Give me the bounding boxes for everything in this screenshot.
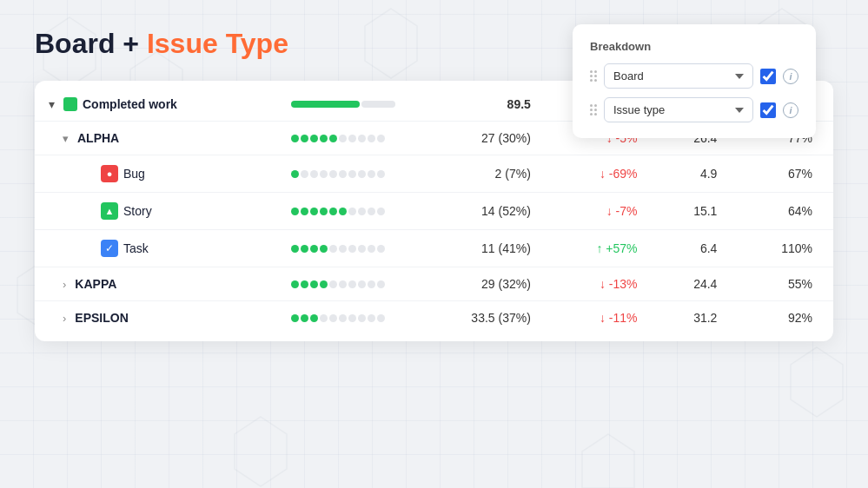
story-icon: ▲ [101, 202, 118, 220]
avg-cell: 31.2 [652, 301, 732, 335]
pct-cell: 67% [731, 155, 833, 193]
row-name: KAPPA [75, 277, 116, 291]
name-cell: ▾ ALPHA [35, 122, 277, 155]
trend-cell: ↓ -11% [545, 301, 652, 335]
title-highlight: Issue Type [147, 28, 288, 59]
breakdown-row-board: Board Issue type Sprint i [590, 63, 798, 89]
bug-icon: ● [101, 165, 118, 182]
count-cell: 14 (52%) [409, 193, 545, 230]
table-row: › EPSILON 33.5 (37%) ↓ -11% 31.2 92% [35, 301, 833, 335]
progress-dots [291, 314, 395, 322]
svg-marker-5 [235, 417, 287, 486]
progress-cell [277, 267, 409, 301]
breakdown-row-issue-type: Issue type Board Sprint i [590, 97, 798, 122]
chevron-icon[interactable]: ▾ [63, 132, 69, 145]
breakdown-title: Breakdown [590, 40, 798, 53]
chevron-icon[interactable]: › [63, 278, 66, 291]
pct-cell: 110% [731, 230, 833, 267]
row-name: EPSILON [75, 311, 128, 325]
count-cell: 89.5 [409, 88, 545, 122]
progress-dots [291, 280, 395, 288]
table-row: ▲ Story 14 (52%) ↓ -7% 15.1 64% [35, 193, 833, 230]
progress-cell [277, 193, 409, 230]
progress-dots [291, 245, 395, 253]
avg-cell: 24.4 [652, 267, 732, 301]
breakdown-checkbox-board[interactable] [760, 69, 776, 84]
progress-cell [277, 301, 409, 335]
trend-cell: ↑ +57% [545, 230, 652, 267]
table-row: ● Bug 2 (7%) ↓ -69% 4.9 67% [35, 155, 833, 193]
breakdown-select-board[interactable]: Board Issue type Sprint [604, 63, 753, 89]
title-plain: Board + [35, 28, 147, 59]
trend-cell: ↓ -7% [545, 193, 652, 230]
breakdown-checkbox-issue-type[interactable] [760, 102, 776, 118]
progress-dots [291, 208, 395, 215]
row-name: Task [123, 241, 149, 255]
name-cell: ▲ Story [35, 193, 277, 230]
count-cell: 11 (41%) [409, 230, 545, 267]
name-cell: ✓ Task [35, 230, 277, 267]
progress-bar [291, 101, 395, 108]
count-cell: 33.5 (37%) [409, 301, 545, 335]
drag-handle-board[interactable] [590, 70, 597, 82]
avg-cell: 4.9 [652, 155, 732, 193]
progress-cell [277, 230, 409, 267]
pct-cell: 64% [731, 193, 833, 230]
name-cell: › KAPPA [35, 267, 277, 301]
progress-dots [291, 170, 395, 178]
breakdown-panel: Breakdown Board Issue type Sprint i [573, 24, 816, 138]
breakdown-select-issue-type[interactable]: Issue type Board Sprint [604, 97, 753, 122]
progress-cell [277, 155, 409, 193]
name-cell: ● Bug [35, 155, 277, 193]
chevron-icon[interactable]: › [63, 312, 66, 325]
trend-cell: ↓ -69% [545, 155, 652, 193]
table-row: › KAPPA 29 (32%) ↓ -13% 24.4 55% [35, 267, 833, 301]
row-name: Story [123, 204, 152, 218]
breakdown-info-board[interactable]: i [783, 69, 798, 84]
row-name: Bug [123, 167, 145, 181]
count-cell: 29 (32%) [409, 267, 545, 301]
breakdown-info-issue-type[interactable]: i [783, 102, 798, 118]
progress-cell [277, 122, 409, 155]
pct-cell: 55% [731, 267, 833, 301]
pct-cell: 92% [731, 301, 833, 335]
green-square-icon [63, 97, 77, 111]
name-cell: › EPSILON [35, 301, 277, 335]
count-cell: 27 (30%) [409, 122, 545, 155]
svg-marker-6 [582, 434, 634, 488]
progress-cell [277, 88, 409, 122]
drag-handle-issue-type[interactable] [590, 104, 597, 115]
table-row: ✓ Task 11 (41%) ↑ +57% 6.4 110% [35, 230, 833, 267]
count-cell: 2 (7%) [409, 155, 545, 193]
trend-cell: ↓ -13% [545, 267, 652, 301]
name-cell: ▾ Completed work [35, 88, 277, 122]
avg-cell: 6.4 [652, 230, 732, 267]
row-name: Completed work [83, 97, 177, 111]
row-name: ALPHA [77, 131, 119, 145]
avg-cell: 15.1 [652, 193, 732, 230]
task-icon: ✓ [101, 240, 118, 257]
progress-dots [291, 135, 395, 142]
chevron-icon[interactable]: ▾ [49, 97, 55, 111]
